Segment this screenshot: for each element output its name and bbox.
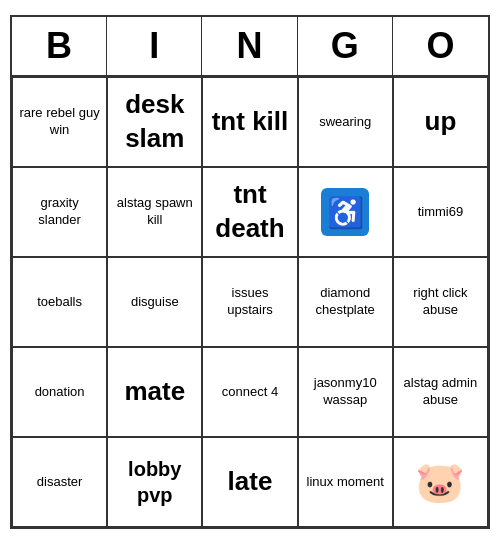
cell-6[interactable]: alstag spawn kill: [107, 167, 202, 257]
header-b: B: [12, 17, 107, 75]
cell-22[interactable]: late: [202, 437, 297, 527]
cell-14-text: right click abuse: [400, 285, 481, 319]
cell-10-text: toeballs: [37, 294, 82, 311]
cell-4-text: up: [425, 105, 457, 139]
cell-15-text: donation: [35, 384, 85, 401]
cell-5[interactable]: graxity slander: [12, 167, 107, 257]
cell-24-emoji: 🐷: [415, 456, 465, 508]
accessibility-icon: ♿: [321, 188, 369, 236]
cell-20[interactable]: disaster: [12, 437, 107, 527]
cell-2-text: tnt kill: [212, 105, 289, 139]
cell-21-text: lobby pvp: [114, 456, 195, 508]
cell-15[interactable]: donation: [12, 347, 107, 437]
cell-21[interactable]: lobby pvp: [107, 437, 202, 527]
cell-5-text: graxity slander: [19, 195, 100, 229]
cell-18-text: jasonmy10 wassap: [305, 375, 386, 409]
cell-8[interactable]: ♿: [298, 167, 393, 257]
cell-0[interactable]: rare rebel guy win: [12, 77, 107, 167]
cell-10[interactable]: toeballs: [12, 257, 107, 347]
cell-17-text: connect 4: [222, 384, 278, 401]
cell-19[interactable]: alstag admin abuse: [393, 347, 488, 437]
cell-24[interactable]: 🐷: [393, 437, 488, 527]
cell-2[interactable]: tnt kill: [202, 77, 297, 167]
bingo-grid: rare rebel guy win desk slam tnt kill sw…: [12, 77, 488, 527]
cell-16-text: mate: [124, 375, 185, 409]
cell-1-text: desk slam: [114, 88, 195, 156]
cell-12[interactable]: issues upstairs: [202, 257, 297, 347]
header-o: O: [393, 17, 488, 75]
header-i: I: [107, 17, 202, 75]
cell-1[interactable]: desk slam: [107, 77, 202, 167]
cell-18[interactable]: jasonmy10 wassap: [298, 347, 393, 437]
bingo-header: B I N G O: [12, 17, 488, 77]
cell-23-text: linux moment: [307, 474, 384, 491]
cell-9[interactable]: timmi69: [393, 167, 488, 257]
cell-22-text: late: [228, 465, 273, 499]
cell-23[interactable]: linux moment: [298, 437, 393, 527]
header-n: N: [202, 17, 297, 75]
cell-14[interactable]: right click abuse: [393, 257, 488, 347]
cell-11[interactable]: disguise: [107, 257, 202, 347]
cell-7[interactable]: tnt death: [202, 167, 297, 257]
cell-4[interactable]: up: [393, 77, 488, 167]
cell-13-text: diamond chestplate: [305, 285, 386, 319]
cell-7-text: tnt death: [209, 178, 290, 246]
cell-9-text: timmi69: [418, 204, 464, 221]
cell-20-text: disaster: [37, 474, 83, 491]
cell-0-text: rare rebel guy win: [19, 105, 100, 139]
cell-16[interactable]: mate: [107, 347, 202, 437]
cell-19-text: alstag admin abuse: [400, 375, 481, 409]
cell-3-text: swearing: [319, 114, 371, 131]
cell-12-text: issues upstairs: [209, 285, 290, 319]
cell-6-text: alstag spawn kill: [114, 195, 195, 229]
bingo-card: B I N G O rare rebel guy win desk slam t…: [10, 15, 490, 529]
header-g: G: [298, 17, 393, 75]
cell-3[interactable]: swearing: [298, 77, 393, 167]
cell-17[interactable]: connect 4: [202, 347, 297, 437]
cell-11-text: disguise: [131, 294, 179, 311]
cell-13[interactable]: diamond chestplate: [298, 257, 393, 347]
